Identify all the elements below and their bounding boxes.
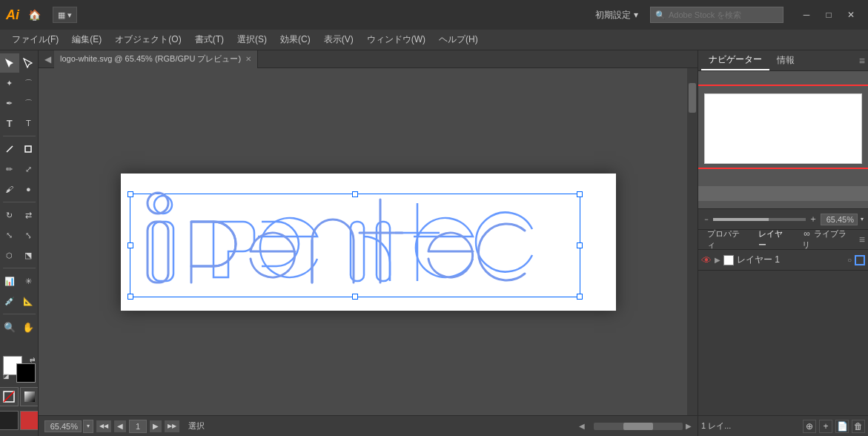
delete-layer-button[interactable]: 🗑 bbox=[852, 420, 865, 433]
minimize-button[interactable]: ─ bbox=[795, 4, 818, 26]
measure-tool[interactable]: 📐 bbox=[19, 291, 39, 311]
scale-tool[interactable]: ⤡ bbox=[0, 225, 19, 245]
tool-row-6: ✏ ⤢ bbox=[0, 159, 38, 179]
maximize-button[interactable]: □ bbox=[818, 4, 840, 26]
puppet-warp-tool[interactable]: ⬔ bbox=[19, 245, 39, 265]
h-scroll-left-button[interactable]: ◀ bbox=[579, 422, 585, 430]
shaper-tool[interactable]: ⤢ bbox=[19, 159, 39, 179]
navigator-zoom-slider[interactable] bbox=[713, 218, 806, 221]
chart-tool[interactable]: 📊 bbox=[0, 271, 19, 291]
direct-selection-tool[interactable] bbox=[19, 53, 39, 73]
window-controls: ─ □ ✕ bbox=[795, 4, 862, 26]
menu-object[interactable]: オブジェクト(O) bbox=[109, 31, 187, 48]
vertical-scrollbar[interactable] bbox=[687, 68, 698, 415]
menu-edit[interactable]: 編集(E) bbox=[66, 31, 107, 48]
fill-none-icon[interactable] bbox=[0, 387, 19, 406]
create-new-layer-button[interactable]: 📄 bbox=[835, 420, 849, 433]
zoom-input[interactable] bbox=[44, 420, 82, 432]
navigator-zoom-input[interactable] bbox=[821, 214, 858, 225]
artboard: .logo-path { fill: none; stroke: #6699ff… bbox=[121, 174, 616, 311]
zoom-dropdown-button[interactable]: ▾ bbox=[83, 420, 93, 433]
color-selector[interactable]: ⇄ ◪ bbox=[3, 356, 36, 383]
canvas-area[interactable]: .logo-path { fill: none; stroke: #6699ff… bbox=[39, 68, 698, 415]
stroke-red-box[interactable] bbox=[20, 411, 39, 430]
center-area: ◀ logo-white.svg @ 65.45% (RGB/GPU プレビュー… bbox=[39, 50, 698, 436]
vertical-type-tool[interactable]: T bbox=[19, 113, 39, 133]
zoom-tool[interactable]: 🔍 bbox=[0, 317, 19, 337]
nav-prev-button[interactable]: ◀ bbox=[114, 420, 126, 432]
free-transform-tool[interactable]: ⬡ bbox=[0, 245, 19, 265]
navigator-preview[interactable] bbox=[698, 71, 868, 208]
home-button[interactable]: 🏠 bbox=[28, 9, 41, 21]
add-new-sublayer-button[interactable]: + bbox=[819, 420, 832, 433]
menu-effect[interactable]: 効果(C) bbox=[274, 31, 317, 48]
layer-row[interactable]: 👁 ▶ レイヤー 1 ○ bbox=[698, 250, 868, 271]
selection-tool[interactable] bbox=[0, 53, 19, 73]
reshape-tool[interactable]: ⤣ bbox=[19, 225, 39, 245]
h-scroll-right-button[interactable]: ▶ bbox=[686, 422, 692, 430]
tab-close-button[interactable]: ✕ bbox=[245, 55, 251, 63]
layer-color-swatch bbox=[723, 255, 734, 265]
search-bar[interactable]: 🔍 bbox=[650, 7, 783, 23]
h-scroll-thumb[interactable] bbox=[623, 423, 653, 430]
workspace-label: 初期設定 bbox=[595, 9, 631, 22]
menu-format[interactable]: 書式(T) bbox=[189, 31, 230, 48]
document-tab[interactable]: logo-white.svg @ 65.45% (RGB/GPU プレビュー) … bbox=[54, 50, 258, 68]
svg-rect-12 bbox=[148, 222, 168, 283]
search-input[interactable] bbox=[669, 10, 772, 19]
close-button[interactable]: ✕ bbox=[840, 4, 862, 26]
menu-file[interactable]: ファイル(F) bbox=[6, 31, 64, 48]
menu-select[interactable]: 選択(S) bbox=[231, 31, 273, 48]
tab-navigator[interactable]: ナビゲーター bbox=[701, 50, 769, 70]
navigator-panel-menu-icon[interactable]: ≡ bbox=[859, 55, 865, 67]
tab-info[interactable]: 情報 bbox=[769, 51, 802, 70]
workspace-preset[interactable]: 初期設定 ▾ bbox=[595, 9, 638, 22]
reset-colors-icon[interactable]: ◪ bbox=[3, 372, 13, 383]
pencil-tool[interactable]: ✏ bbox=[0, 159, 19, 179]
layer-selected-icon[interactable] bbox=[855, 255, 865, 265]
layer-expand-icon[interactable]: ▶ bbox=[715, 256, 720, 264]
symbol-sprayer-tool[interactable]: ✳ bbox=[19, 271, 39, 291]
line-tool[interactable] bbox=[0, 139, 19, 159]
eyedropper-tool[interactable]: 💉 bbox=[0, 291, 19, 311]
type-tool[interactable]: T bbox=[0, 113, 19, 133]
fill-gradient-icon[interactable] bbox=[20, 387, 39, 406]
separator-3 bbox=[3, 268, 36, 268]
pen-tool[interactable]: ✒ bbox=[0, 93, 19, 113]
menu-help[interactable]: ヘルプ(H) bbox=[433, 31, 484, 48]
hand-tool[interactable]: ✋ bbox=[19, 317, 39, 337]
stroke-black-box[interactable] bbox=[0, 411, 19, 430]
zoom-in-icon[interactable]: ＋ bbox=[809, 213, 818, 225]
h-scroll-track[interactable] bbox=[594, 423, 683, 430]
lasso-tool[interactable]: ⌒ bbox=[19, 73, 39, 93]
menu-window[interactable]: ウィンドウ(W) bbox=[361, 31, 431, 48]
tool-row-5 bbox=[0, 139, 38, 159]
menu-view[interactable]: 表示(V) bbox=[318, 31, 360, 48]
rotate-tool[interactable]: ↻ bbox=[0, 205, 19, 225]
tool-row-10: ⬡ ⬔ bbox=[0, 245, 38, 265]
zoom-out-icon[interactable]: － bbox=[703, 214, 710, 225]
separator-1 bbox=[3, 136, 36, 136]
swap-colors-icon[interactable]: ⇄ bbox=[30, 356, 36, 363]
layer-panel-menu-icon[interactable]: ≡ bbox=[859, 234, 865, 245]
make-clip-mask-button[interactable]: ⊕ bbox=[803, 420, 816, 433]
blob-brush-tool[interactable]: ● bbox=[19, 179, 39, 199]
nav-next-button[interactable]: ▶ bbox=[150, 420, 162, 432]
separator-2 bbox=[3, 202, 36, 202]
rectangle-tool[interactable] bbox=[19, 139, 39, 159]
nav-last-button[interactable]: ▶▶ bbox=[165, 420, 179, 432]
background-color[interactable] bbox=[16, 363, 36, 383]
horizontal-scrollbar[interactable] bbox=[594, 423, 683, 430]
curvature-tool[interactable]: ⌒ bbox=[19, 93, 39, 113]
navigator-zoom-dropdown-icon[interactable]: ▾ bbox=[861, 216, 864, 222]
reflect-tool[interactable]: ⇄ bbox=[19, 205, 39, 225]
tab-scroll-left[interactable]: ◀ bbox=[42, 54, 54, 65]
page-number-input[interactable] bbox=[129, 420, 147, 433]
workspace-button[interactable]: ▦ ▾ bbox=[53, 7, 77, 23]
vertical-scroll-thumb[interactable] bbox=[689, 83, 696, 113]
paintbrush-tool[interactable]: 🖌 bbox=[0, 179, 19, 199]
layer-target-icon[interactable]: ○ bbox=[847, 256, 852, 264]
magic-wand-tool[interactable]: ✦ bbox=[0, 73, 19, 93]
nav-first-button[interactable]: ◀◀ bbox=[96, 420, 111, 432]
layer-visibility-icon[interactable]: 👁 bbox=[701, 254, 712, 266]
